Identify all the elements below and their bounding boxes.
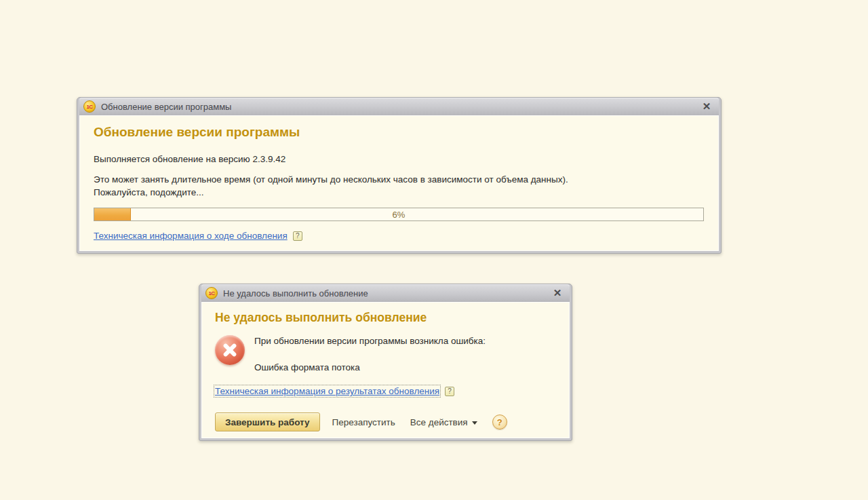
update-info-text-2: Пожалуйста, подождите... <box>94 186 705 199</box>
update-window-titlebar[interactable]: 1С Обновление версии программы ✕ <box>79 98 719 115</box>
update-heading: Обновление версии программы <box>94 125 705 140</box>
error-cross-icon <box>215 335 245 365</box>
tech-info-progress-link[interactable]: Техническая информация о ходе обновления <box>94 231 288 241</box>
error-intro-text: При обновлении версии программы возникла… <box>254 336 486 346</box>
update-info-text-1: Это может занять длительное время (от од… <box>94 173 705 186</box>
finish-work-button[interactable]: Завершить работу <box>215 412 320 431</box>
1c-logo-icon: 1С <box>205 287 218 299</box>
close-icon[interactable]: ✕ <box>551 286 564 300</box>
error-window-title: Не удалось выполнить обновление <box>223 288 545 299</box>
update-progress-window: 1С Обновление версии программы ✕ Обновле… <box>77 97 722 254</box>
update-progress-bar: 6% <box>94 208 704 221</box>
help-round-button[interactable]: ? <box>492 415 507 429</box>
1c-logo-icon: 1С <box>83 100 96 113</box>
help-icon[interactable]: ? <box>293 231 302 241</box>
progress-percent-label: 6% <box>94 208 703 220</box>
tech-info-results-link[interactable]: Техническая информация о результатах обн… <box>215 386 439 396</box>
help-icon[interactable]: ? <box>445 387 454 396</box>
error-detail-text: Ошибка формата потока <box>254 362 486 372</box>
update-status-text: Выполняется обновление на версию 2.3.9.4… <box>94 154 705 164</box>
all-actions-label: Все действия <box>410 417 468 427</box>
chevron-down-icon <box>472 421 477 425</box>
error-heading: Не удалось выполнить обновление <box>215 311 556 325</box>
update-window-title: Обновление версии программы <box>101 102 694 112</box>
all-actions-button[interactable]: Все действия <box>408 412 480 431</box>
restart-button[interactable]: Перезапустить <box>330 412 398 431</box>
close-icon[interactable]: ✕ <box>700 100 713 113</box>
update-failed-window: 1С Не удалось выполнить обновление ✕ Не … <box>199 284 572 441</box>
error-window-titlebar[interactable]: 1С Не удалось выполнить обновление ✕ <box>201 284 570 302</box>
